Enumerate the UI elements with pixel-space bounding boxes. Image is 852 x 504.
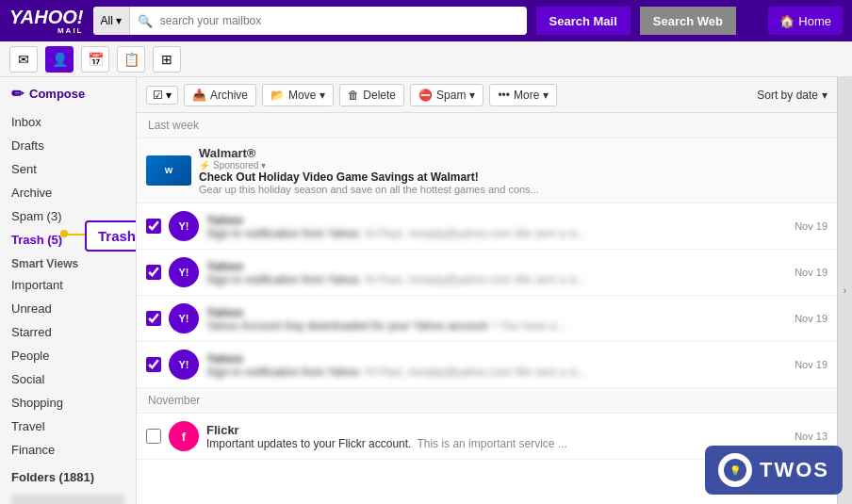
email-content: Flickr Important updates to your Flickr … [206, 423, 787, 450]
tab-calendar[interactable]: 📅 [81, 46, 109, 73]
home-icon: 🏠 [779, 14, 795, 28]
move-icon: 📂 [270, 89, 285, 102]
email-checkbox[interactable] [146, 265, 161, 280]
main-layout: ✏ Compose Inbox Drafts Sent Archive Spam… [0, 77, 852, 504]
twos-watermark: 💡 TWOS [705, 446, 843, 495]
sidebar-item-starred[interactable]: Starred [0, 320, 136, 344]
tab-envelope[interactable]: ✉ [9, 46, 38, 73]
email-date: Nov 13 [795, 431, 827, 442]
email-row-yahoo1[interactable]: Y! Yahoo Sign-in notification from Yahoo… [137, 203, 837, 250]
email-preview: Hi Paul, noreply@yahoo.com We sent a si.… [365, 227, 586, 240]
email-content: Yahoo Yahoo Account Key downloaded for y… [206, 305, 787, 333]
search-bar: All ▾ 🔍 [93, 7, 527, 35]
email-date: Nov 19 [795, 313, 827, 324]
home-button[interactable]: 🏠 Home [768, 7, 843, 35]
chevron-down-icon: ▾ [261, 160, 266, 171]
tab-notes[interactable]: 📋 [117, 46, 145, 73]
email-subject: Check Out Holiday Video Game Savings at … [199, 171, 827, 184]
search-input[interactable] [153, 14, 527, 27]
sidebar-item-trash[interactable]: Trash (5) 🗑 Trash (5) [0, 228, 136, 252]
twos-logo: 💡 [718, 453, 752, 487]
tab-grid[interactable]: ⊞ [153, 46, 181, 73]
sidebar-item-unread[interactable]: Unread [0, 297, 136, 320]
email-preview: Gear up this holiday season and save on … [199, 184, 827, 195]
sidebar-item-social[interactable]: Social [0, 367, 136, 391]
chevron-down-icon: ▾ [822, 89, 827, 102]
sender-name: Yahoo [206, 305, 787, 319]
date-section-last-week: Last week [137, 113, 837, 138]
email-row-walmart[interactable]: W Walmart® ⚡ Sponsored ▾ Check Out Holid… [137, 138, 837, 203]
email-subject: Important updates to your Flickr account… [206, 437, 411, 450]
email-date: Nov 19 [795, 220, 827, 232]
walmart-image: W [146, 155, 191, 186]
walmart-info: Walmart® ⚡ Sponsored ▾ Check Out Holiday… [199, 146, 827, 195]
tab-avatar[interactable]: 👤 [45, 46, 74, 73]
email-row-yahoo2[interactable]: Y! Yahoo Sign-in notification from Yahoo… [137, 250, 837, 296]
more-button[interactable]: ••• More ▾ [489, 84, 557, 106]
yahoo-avatar: Y! [169, 350, 199, 380]
email-row-yahoo4[interactable]: Y! Yahoo Sign-in notification from Yahoo… [137, 342, 837, 388]
spam-button[interactable]: ⛔ Spam ▾ [410, 84, 483, 106]
sidebar-item-sent[interactable]: Sent [0, 157, 136, 181]
email-checkbox[interactable] [146, 357, 161, 372]
email-date: Nov 19 [795, 267, 827, 278]
sidebar-item-finance[interactable]: Finance [0, 438, 136, 462]
email-toolbar: ☑ ▾ 📥 Archive 📂 Move ▾ 🗑 Delete ⛔ Spam ▾ [137, 77, 837, 113]
sender-name: Yahoo [206, 259, 787, 273]
yahoo-avatar: Y! [169, 257, 199, 287]
email-checkbox[interactable] [146, 219, 161, 234]
email-subject: Sign-in notification from Yahoo [206, 366, 359, 379]
email-content: Yahoo Sign-in notification from Yahoo Hi… [206, 259, 787, 286]
date-section-november: November [137, 388, 837, 414]
sidebar-item-label: Inbox [11, 115, 41, 129]
email-row-yahoo3[interactable]: Y! Yahoo Yahoo Account Key downloaded fo… [137, 296, 837, 342]
tab-bar: ✉ 👤 📅 📋 ⊞ [0, 41, 852, 77]
yahoo-avatar: Y! [169, 211, 199, 241]
sidebar-item-inbox[interactable]: Inbox [0, 110, 136, 134]
sidebar-item-shopping[interactable]: Shopping [0, 391, 136, 415]
chevron-down-icon: ▾ [320, 89, 325, 102]
email-subject: Sign-in notification from Yahoo [206, 273, 359, 286]
email-preview: Hi Paul, noreply@yahoo.com We sent a si.… [365, 273, 586, 286]
sidebar-item-label: Spam (3) [11, 209, 61, 223]
compose-icon: ✏ [11, 85, 24, 103]
email-subject: Sign-in notification from Yahoo [206, 227, 359, 240]
delete-button[interactable]: 🗑 Delete [339, 84, 404, 106]
svg-text:💡: 💡 [729, 464, 742, 477]
sidebar-item-drafts[interactable]: Drafts [0, 134, 136, 157]
sidebar-item-important[interactable]: Important [0, 273, 136, 297]
search-icon: 🔍 [130, 14, 153, 28]
sponsored-icon: ⚡ [199, 160, 210, 171]
email-area: ☑ ▾ 📥 Archive 📂 Move ▾ 🗑 Delete ⛔ Spam ▾ [137, 77, 837, 504]
archive-button[interactable]: 📥 Archive [184, 84, 256, 106]
compose-button[interactable]: ✏ Compose [0, 77, 136, 110]
email-content: Yahoo Sign-in notification from Yahoo Hi… [206, 213, 787, 240]
email-checkbox[interactable] [146, 429, 161, 444]
select-all-button[interactable]: ☑ ▾ [146, 86, 178, 105]
header: YAHOO! MAIL All ▾ 🔍 Search Mail Search W… [0, 0, 852, 41]
email-checkbox[interactable] [146, 311, 161, 326]
search-web-button[interactable]: Search Web [640, 7, 736, 35]
sidebar-item-label: Archive [11, 186, 52, 200]
right-panel-toggle[interactable]: › [837, 77, 852, 504]
chevron-down-icon: ▾ [543, 89, 549, 102]
yahoo-logo: YAHOO! MAIL [9, 7, 84, 36]
smart-views-label: Smart Views [0, 252, 136, 273]
sidebar-item-label: Sent [11, 162, 37, 176]
chevron-right-icon: › [844, 285, 846, 296]
email-subject: Yahoo Account Key downloaded for your Ya… [206, 319, 487, 333]
checkbox-icon: ☑ [153, 89, 163, 102]
sidebar-item-people[interactable]: People [0, 344, 136, 367]
sender-name: Yahoo [206, 351, 787, 366]
move-button[interactable]: 📂 Move ▾ [262, 84, 334, 106]
email-preview: • You have a... [493, 319, 565, 333]
sidebar-item-travel[interactable]: Travel [0, 415, 136, 438]
chevron-down-icon: ▾ [116, 14, 122, 27]
flickr-avatar: f [169, 421, 199, 451]
search-mail-button[interactable]: Search Mail [536, 7, 631, 35]
sidebar-item-folders[interactable]: Folders (1881) [0, 465, 136, 489]
sidebar-item-archive[interactable]: Archive [0, 181, 136, 204]
sort-button[interactable]: Sort by date ▾ [757, 89, 827, 102]
chevron-down-icon: ▾ [469, 89, 475, 102]
search-all-button[interactable]: All ▾ [93, 7, 130, 35]
